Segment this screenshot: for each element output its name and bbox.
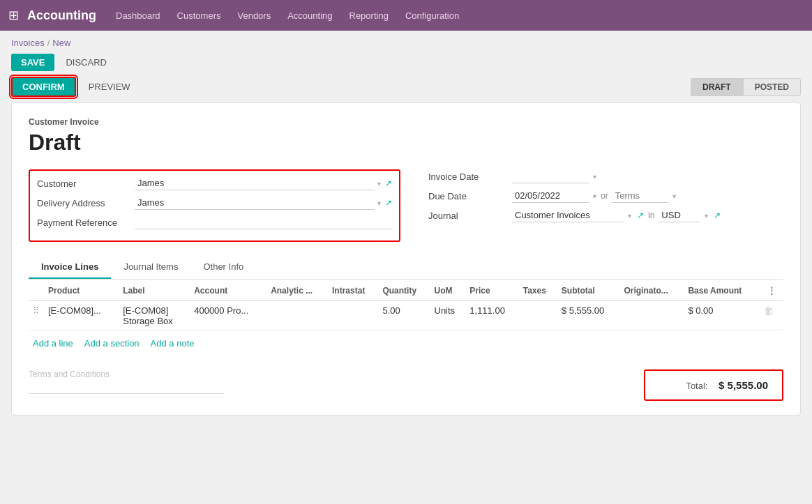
customer-label: Customer xyxy=(37,178,135,189)
total-box: Total: $ 5,555.00 xyxy=(644,369,783,401)
nav-configuration[interactable]: Configuration xyxy=(405,8,459,24)
col-analytic-header[interactable]: Analytic ... xyxy=(266,280,328,301)
invoice-date-input[interactable] xyxy=(512,169,589,183)
delivery-dropdown-icon[interactable]: ▾ xyxy=(377,199,381,207)
total-label: Total: xyxy=(686,381,707,391)
journal-ext-link-icon[interactable]: ↗ xyxy=(637,211,644,220)
table-row: ⠿ [E-COM08]... [E-COM08] Storage Box 400… xyxy=(29,301,783,331)
col-account-header[interactable]: Account xyxy=(190,280,266,301)
preview-button[interactable]: PREVIEW xyxy=(82,78,137,96)
customer-ext-link-icon[interactable]: ↗ xyxy=(385,178,392,188)
delete-row-icon[interactable]: 🗑 xyxy=(764,305,774,316)
product-cell[interactable]: [E-COM08]... xyxy=(44,301,119,331)
quantity-cell[interactable]: 5.00 xyxy=(378,301,430,331)
add-links: Add a line Add a section Add a note xyxy=(29,331,783,356)
uom-cell[interactable]: Units xyxy=(430,301,466,331)
col-drag-header xyxy=(29,280,44,301)
discard-button[interactable]: DISCARD xyxy=(59,54,114,71)
terms-input[interactable] xyxy=(612,189,668,203)
due-date-input[interactable] xyxy=(512,189,589,203)
delivery-ext-link-icon[interactable]: ↗ xyxy=(385,198,392,208)
col-price-header[interactable]: Price xyxy=(465,280,518,301)
breadcrumb-parent[interactable]: Invoices xyxy=(11,38,45,48)
price-cell[interactable]: 1,111.00 xyxy=(465,301,518,331)
intrastat-cell[interactable] xyxy=(328,301,378,331)
col-quantity-header[interactable]: Quantity xyxy=(378,280,430,301)
form-columns: Customer ▾ ↗ Delivery Address ▾ ↗ Paymen… xyxy=(29,169,783,242)
drag-handle-icon[interactable]: ⠿ xyxy=(33,305,40,316)
workflow-bar: CONFIRM PREVIEW DRAFT POSTED xyxy=(0,75,812,102)
form-type-label: Customer Invoice xyxy=(29,117,783,127)
taxes-cell[interactable] xyxy=(519,301,557,331)
base-amount-cell[interactable]: $ 0.00 xyxy=(684,301,760,331)
customer-input[interactable] xyxy=(135,176,375,190)
payment-ref-row: Payment Reference xyxy=(37,215,392,229)
customer-dropdown-icon[interactable]: ▾ xyxy=(377,180,381,188)
terms-dropdown-icon[interactable]: ▾ xyxy=(672,192,676,200)
delete-cell[interactable]: 🗑 xyxy=(760,301,783,331)
label-cell: [E-COM08] Storage Box xyxy=(119,301,190,331)
nav-accounting[interactable]: Accounting xyxy=(287,8,332,24)
payment-ref-label: Payment Reference xyxy=(37,217,135,228)
nav-vendors[interactable]: Vendors xyxy=(237,8,271,24)
form-title: Draft xyxy=(29,130,783,155)
col-label-header[interactable]: Label xyxy=(119,280,190,301)
app-title: Accounting xyxy=(27,8,96,23)
tab-journal-items[interactable]: Journal Items xyxy=(111,256,190,279)
currency-ext-link-icon[interactable]: ↗ xyxy=(714,211,721,220)
analytic-cell[interactable] xyxy=(266,301,328,331)
nav-customers[interactable]: Customers xyxy=(177,8,221,24)
breadcrumb-sep: / xyxy=(47,38,50,48)
due-date-dropdown-icon[interactable]: ▾ xyxy=(593,192,596,200)
currency-dropdown-icon[interactable]: ▾ xyxy=(705,212,708,220)
invoice-date-dropdown-icon[interactable]: ▾ xyxy=(593,173,596,181)
delivery-row: Delivery Address ▾ ↗ xyxy=(37,196,392,210)
nav-dashboard[interactable]: Dashboard xyxy=(116,8,160,24)
col-originator-header[interactable]: Originato... xyxy=(619,280,684,301)
col-options-icon[interactable]: ⋮ xyxy=(764,285,779,296)
journal-input[interactable] xyxy=(512,208,624,222)
due-date-label: Due Date xyxy=(428,191,512,201)
col-uom-header[interactable]: UoM xyxy=(430,280,466,301)
customer-value-container: ▾ ↗ xyxy=(135,176,392,190)
status-draft[interactable]: DRAFT xyxy=(691,78,743,96)
col-taxes-header[interactable]: Taxes xyxy=(519,280,557,301)
tab-invoice-lines[interactable]: Invoice Lines xyxy=(29,256,111,279)
col-base-amount-header[interactable]: Base Amount xyxy=(684,280,760,301)
status-posted[interactable]: POSTED xyxy=(743,78,801,96)
workflow-left: CONFIRM PREVIEW xyxy=(11,77,137,97)
originator-cell[interactable] xyxy=(619,301,684,331)
col-options-header: ⋮ xyxy=(760,280,783,301)
drag-handle-cell[interactable]: ⠿ xyxy=(29,301,44,331)
due-date-value-container: ▾ or ▾ xyxy=(512,189,783,203)
due-date-row: Due Date ▾ or ▾ xyxy=(428,189,783,203)
add-note-link[interactable]: Add a note xyxy=(151,338,195,349)
confirm-button[interactable]: CONFIRM xyxy=(11,77,76,97)
currency-input[interactable] xyxy=(659,208,700,222)
left-column: Customer ▾ ↗ Delivery Address ▾ ↗ Paymen… xyxy=(29,169,400,242)
label-line2: Storage Box xyxy=(123,316,186,326)
delivery-input[interactable] xyxy=(135,196,375,210)
breadcrumb: Invoices / New xyxy=(0,31,812,51)
payment-ref-input[interactable] xyxy=(135,215,392,229)
invoice-date-label: Invoice Date xyxy=(428,171,512,182)
subtotal-cell: $ 5,555.00 xyxy=(557,301,620,331)
col-subtotal-header[interactable]: Subtotal xyxy=(557,280,620,301)
grid-icon[interactable]: ⊞ xyxy=(8,8,19,23)
tab-other-info[interactable]: Other Info xyxy=(190,256,256,279)
save-button[interactable]: SAVE xyxy=(11,54,54,71)
col-intrastat-header[interactable]: Intrastat xyxy=(328,280,378,301)
action-bar: SAVE DISCARD xyxy=(0,51,812,75)
form-card: Customer Invoice Draft Customer ▾ ↗ Deli… xyxy=(11,102,801,415)
account-cell[interactable]: 400000 Pro... xyxy=(190,301,266,331)
delivery-value-container: ▾ ↗ xyxy=(135,196,392,210)
invoice-table: Product Label Account Analytic ... Intra… xyxy=(29,280,783,331)
journal-dropdown-icon[interactable]: ▾ xyxy=(628,212,631,220)
status-pills: DRAFT POSTED xyxy=(691,78,801,96)
nav-reporting[interactable]: Reporting xyxy=(349,8,389,24)
payment-ref-value-container xyxy=(135,215,392,229)
col-product-header[interactable]: Product xyxy=(44,280,119,301)
add-line-link[interactable]: Add a line xyxy=(33,338,73,349)
add-section-link[interactable]: Add a section xyxy=(84,338,140,349)
tabs: Invoice Lines Journal Items Other Info xyxy=(29,256,783,280)
